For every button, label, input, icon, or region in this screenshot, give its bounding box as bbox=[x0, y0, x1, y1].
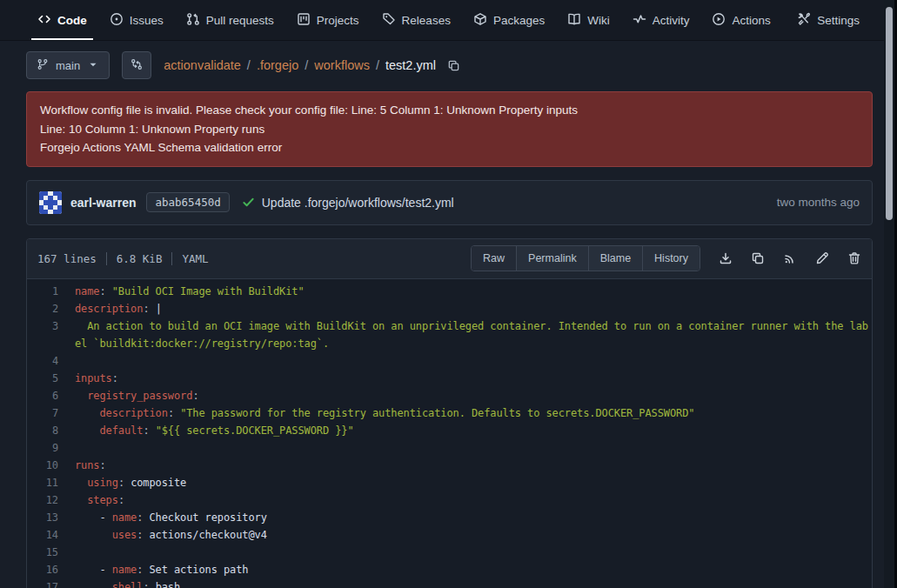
line-number[interactable]: 11 bbox=[27, 474, 58, 491]
tab-label: Releases bbox=[402, 14, 451, 27]
tab-label: Settings bbox=[817, 14, 860, 27]
file-actions: Raw Permalink Blame History bbox=[471, 245, 861, 271]
view-mode-buttons: Raw Permalink Blame History bbox=[471, 245, 700, 271]
error-line: Workflow config file is invalid. Please … bbox=[40, 101, 859, 120]
breadcrumb-dir-link[interactable]: .forgejo bbox=[257, 58, 298, 72]
line-number[interactable]: 3 bbox=[27, 317, 58, 352]
code-line: 1name: "Build OCI Image with BuildKit" bbox=[27, 283, 872, 300]
history-button[interactable]: History bbox=[642, 246, 700, 271]
tab-wiki[interactable]: Wiki bbox=[556, 0, 621, 40]
rss-icon[interactable] bbox=[783, 251, 797, 265]
tab-pull-requests[interactable]: Pull requests bbox=[175, 0, 285, 40]
line-number[interactable]: 12 bbox=[27, 491, 58, 509]
line-number[interactable]: 7 bbox=[27, 404, 58, 422]
code-text: - name: Checkout repository bbox=[75, 509, 872, 526]
tab-label: Code bbox=[57, 14, 87, 27]
pencil-icon[interactable] bbox=[815, 251, 829, 265]
line-number[interactable]: 2 bbox=[27, 300, 58, 317]
file-size: 6.8 KiB bbox=[117, 252, 163, 265]
tab-code[interactable]: Code bbox=[26, 0, 98, 40]
code-line: 14 uses: actions/checkout@v4 bbox=[27, 526, 872, 544]
commit-author[interactable]: earl-warren bbox=[70, 196, 136, 210]
breadcrumb-separator: / bbox=[247, 58, 251, 72]
activity-icon bbox=[633, 12, 646, 29]
tab-label: Projects bbox=[317, 14, 359, 27]
line-number[interactable]: 17 bbox=[27, 578, 58, 588]
commit-message[interactable]: Update .forgejo/workflows/test2.yml bbox=[262, 196, 454, 210]
line-number[interactable]: 16 bbox=[27, 561, 58, 578]
play-circle-icon bbox=[712, 12, 726, 29]
tab-label: Pull requests bbox=[206, 14, 274, 27]
line-number[interactable]: 15 bbox=[27, 544, 58, 561]
tab-label: Wiki bbox=[587, 14, 610, 27]
line-number[interactable]: 1 bbox=[27, 283, 58, 300]
compare-button[interactable] bbox=[122, 51, 151, 79]
code-text: default: "${{ secrets.DOCKER_PASSWORD }}… bbox=[75, 422, 872, 439]
line-number[interactable]: 14 bbox=[27, 526, 58, 544]
line-number[interactable]: 4 bbox=[27, 352, 58, 370]
tab-label: Activity bbox=[653, 14, 690, 27]
breadcrumb-dir-link[interactable]: workflows bbox=[314, 58, 370, 72]
code-text: name: "Build OCI Image with BuildKit" bbox=[75, 283, 872, 300]
workflow-error-banner: Workflow config file is invalid. Please … bbox=[26, 91, 873, 167]
copy-path-button[interactable] bbox=[447, 59, 460, 72]
line-number[interactable]: 13 bbox=[27, 509, 58, 526]
copy-icon[interactable] bbox=[751, 251, 765, 265]
projects-icon bbox=[297, 12, 311, 29]
tab-issues[interactable]: Issues bbox=[98, 0, 175, 40]
divider bbox=[171, 252, 172, 265]
chevron-down-icon bbox=[87, 58, 99, 73]
code-line: 2description: | bbox=[27, 300, 872, 317]
code-line: 8 default: "${{ secrets.DOCKER_PASSWORD … bbox=[27, 422, 872, 439]
code-text: uses: actions/checkout@v4 bbox=[75, 526, 872, 544]
avatar[interactable] bbox=[39, 191, 62, 214]
tab-actions[interactable]: Actions bbox=[700, 0, 781, 40]
line-number[interactable]: 8 bbox=[27, 422, 58, 439]
permalink-button[interactable]: Permalink bbox=[516, 246, 588, 271]
book-icon bbox=[567, 12, 581, 29]
code-text bbox=[75, 439, 872, 457]
tab-packages[interactable]: Packages bbox=[462, 0, 556, 40]
commit-hash-chip[interactable]: abab65450d bbox=[146, 192, 229, 212]
download-icon[interactable] bbox=[719, 251, 733, 265]
line-number[interactable]: 9 bbox=[27, 439, 58, 457]
code-text: steps: bbox=[75, 491, 872, 509]
tab-projects[interactable]: Projects bbox=[285, 0, 371, 40]
raw-button[interactable]: Raw bbox=[472, 246, 516, 271]
branch-select-button[interactable]: main bbox=[26, 51, 110, 79]
tab-label: Issues bbox=[130, 14, 164, 27]
repo-navbar: Code Issues Pull requests Projects Relea… bbox=[0, 0, 897, 41]
tab-releases[interactable]: Releases bbox=[371, 0, 462, 40]
check-icon[interactable] bbox=[242, 196, 255, 209]
code-text: registry_password: bbox=[75, 387, 872, 404]
tab-label: Packages bbox=[493, 14, 545, 27]
line-number[interactable]: 10 bbox=[27, 457, 58, 474]
page-scrollbar[interactable] bbox=[884, 0, 897, 588]
commit-time: two months ago bbox=[777, 196, 860, 209]
tools-icon bbox=[797, 12, 811, 29]
tab-settings[interactable]: Settings bbox=[786, 0, 871, 40]
latest-commit-panel: earl-warren abab65450d Update .forgejo/w… bbox=[26, 180, 873, 225]
scrollbar-thumb[interactable] bbox=[886, 7, 893, 220]
code-line: 16 - name: Set actions path bbox=[27, 561, 872, 578]
blame-button[interactable]: Blame bbox=[588, 246, 642, 271]
code-lines: 1name: "Build OCI Image with BuildKit"2d… bbox=[27, 279, 872, 588]
tab-activity[interactable]: Activity bbox=[621, 0, 701, 40]
code-line: 4 bbox=[27, 352, 872, 370]
code-line: 9 bbox=[27, 439, 872, 457]
tab-label: Actions bbox=[732, 14, 770, 27]
trash-icon[interactable] bbox=[847, 251, 861, 265]
branch-icon bbox=[37, 58, 49, 73]
line-number[interactable]: 6 bbox=[27, 387, 58, 404]
code-line: 13 - name: Checkout repository bbox=[27, 509, 872, 526]
code-text: description: | bbox=[75, 300, 872, 317]
file-language: YAML bbox=[182, 252, 208, 265]
code-text: description: "The password for the regis… bbox=[75, 404, 872, 422]
branch-name: main bbox=[56, 59, 80, 72]
breadcrumb: actionvalidate / .forgejo / workflows / … bbox=[164, 58, 460, 72]
line-number[interactable]: 5 bbox=[27, 370, 58, 387]
code-line: 5inputs: bbox=[27, 370, 872, 387]
breadcrumb-repo-link[interactable]: actionvalidate bbox=[164, 58, 241, 72]
branch-breadcrumb-row: main actionvalidate / .forgejo / workflo… bbox=[26, 49, 873, 82]
breadcrumb-current-file: test2.yml bbox=[385, 58, 436, 72]
